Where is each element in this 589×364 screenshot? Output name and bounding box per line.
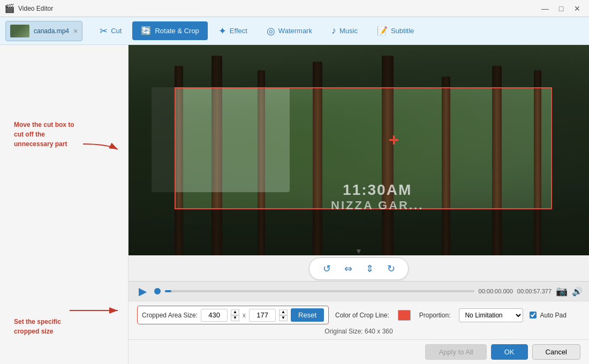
volume-icon[interactable]: 🔊 (572, 286, 583, 297)
width-down-button[interactable]: ▼ (231, 315, 239, 321)
close-button[interactable]: ✕ (570, 1, 585, 16)
original-size-row: Original Size: 640 x 360 (137, 328, 580, 335)
proportion-label: Proportion: (419, 312, 451, 319)
tab-bar: canada.mp4 × ✂ Cut 🔄 Rotate & Crop ✦ Eff… (0, 17, 589, 45)
rotate-icon: 🔄 (141, 26, 152, 36)
file-name: canada.mp4 (34, 27, 69, 35)
tab-cut-label: Cut (111, 27, 122, 35)
cut-icon: ✂ (100, 25, 108, 37)
time-start: 00:00:00.000 (479, 288, 513, 294)
video-location: NIZZA GAR... (331, 199, 424, 213)
cancel-button[interactable]: Cancel (532, 344, 580, 360)
tab-rotate-crop-label: Rotate & Crop (155, 27, 199, 35)
effect-icon: ✦ (218, 25, 226, 37)
height-spinner[interactable]: ▲ ▼ (279, 309, 288, 321)
dimension-separator: x (243, 312, 246, 319)
music-icon: ♪ (331, 25, 336, 36)
flip-vertical-button[interactable]: ⇕ (361, 260, 378, 277)
app-icon: 🎬 (4, 3, 15, 13)
file-close-button[interactable]: × (73, 27, 78, 35)
height-up-button[interactable]: ▲ (279, 309, 288, 315)
chevron-down-icon[interactable]: ▼ (355, 247, 363, 255)
color-swatch[interactable] (398, 310, 411, 321)
tab-effect-label: Effect (230, 27, 247, 35)
crop-width-input[interactable] (201, 309, 228, 322)
tab-subtitle[interactable]: 📝 Subtitle (368, 21, 422, 40)
rotation-controls: ↺ ⇔ ⇕ ↻ (309, 257, 409, 280)
time-end: 00:00:57.377 (517, 288, 552, 294)
overlay-top (129, 45, 589, 87)
rotate-right-button[interactable]: ↻ (382, 260, 399, 277)
crop-height-input[interactable] (249, 309, 276, 322)
progress-thumb[interactable] (154, 288, 161, 294)
apply-to-all-button[interactable]: Apply to All (425, 344, 486, 360)
rotate-left-button[interactable]: ↺ (318, 260, 335, 277)
original-size-label: Original Size: 640 x 360 (324, 328, 392, 335)
color-crop-row: Color of Crop Line: Proportion: No Limit… (335, 308, 523, 322)
video-area: ✛ 11:30AM NIZZA GAR... ▼ ↺ ⇔ ⇕ ↻ ▶ (129, 45, 589, 364)
video-controls-bar: ↺ ⇔ ⇕ ↻ (129, 255, 589, 281)
overlay-left (129, 87, 175, 209)
autopad-checkbox[interactable] (530, 312, 537, 318)
screenshot-icon[interactable]: 📷 (556, 285, 568, 297)
main-layout: Move the cut box to cut off the unnecess… (0, 45, 589, 364)
minimize-button[interactable]: — (538, 1, 553, 16)
bottom-controls: Cropped Area Size: ▲ ▼ x ▲ ▼ Reset (129, 301, 589, 339)
file-thumbnail (10, 25, 29, 37)
subtitle-icon: 📝 (377, 26, 388, 36)
ok-button[interactable]: OK (491, 344, 528, 360)
autopad-label: Auto Pad (540, 312, 566, 319)
tab-music-label: Music (339, 27, 358, 35)
title-bar: 🎬 Video Editor — □ ✕ (0, 0, 589, 17)
overlay-right (552, 87, 589, 209)
tab-watermark-label: Watermark (278, 27, 312, 35)
crop-settings-row: Cropped Area Size: ▲ ▼ x ▲ ▼ Reset (137, 306, 580, 324)
video-time: 11:30AM (331, 181, 424, 199)
playback-bar: ▶ 00:00:00.000 00:00:57.377 📷 🔊 (129, 281, 589, 301)
video-text-overlay: 11:30AM NIZZA GAR... (331, 181, 424, 213)
color-crop-label: Color of Crop Line: (335, 312, 389, 319)
tab-effect[interactable]: ✦ Effect (210, 21, 256, 41)
crop-size-label: Cropped Area Size: (142, 312, 198, 319)
maximize-button[interactable]: □ (554, 1, 569, 16)
video-preview: ✛ 11:30AM NIZZA GAR... ▼ (129, 45, 589, 255)
tab-watermark[interactable]: ◎ Watermark (258, 21, 321, 41)
proportion-select[interactable]: No Limitation 16:9 4:3 1:1 9:16 (459, 308, 523, 322)
reset-button[interactable]: Reset (291, 308, 324, 322)
progress-fill (165, 290, 171, 292)
width-up-button[interactable]: ▲ (231, 309, 239, 315)
annotation-cropped-size: Set the specific cropped size (14, 317, 84, 336)
tab-cut[interactable]: ✂ Cut (91, 21, 130, 41)
tab-rotate-crop[interactable]: 🔄 Rotate & Crop (132, 21, 207, 40)
crop-size-group: Cropped Area Size: ▲ ▼ x ▲ ▼ Reset (137, 306, 329, 324)
sidebar: Move the cut box to cut off the unnecess… (0, 45, 129, 364)
watermark-icon: ◎ (267, 25, 275, 37)
file-tab[interactable]: canada.mp4 × (5, 21, 82, 41)
tab-music[interactable]: ♪ Music (323, 21, 366, 41)
tab-subtitle-label: Subtitle (391, 27, 414, 35)
window-controls: — □ ✕ (538, 1, 585, 16)
height-down-button[interactable]: ▼ (279, 315, 288, 321)
width-spinner[interactable]: ▲ ▼ (231, 309, 239, 321)
flip-horizontal-button[interactable]: ⇔ (339, 260, 357, 277)
progress-track[interactable] (165, 290, 474, 292)
app-title: Video Editor (18, 5, 53, 12)
annotation-cut-box: Move the cut box to cut off the unnecess… (14, 120, 84, 149)
footer-buttons: Apply to All OK Cancel (129, 339, 589, 364)
play-button[interactable]: ▶ (135, 284, 150, 299)
crop-crosshair: ✛ (389, 134, 398, 148)
autopad-row: Auto Pad (530, 312, 566, 319)
